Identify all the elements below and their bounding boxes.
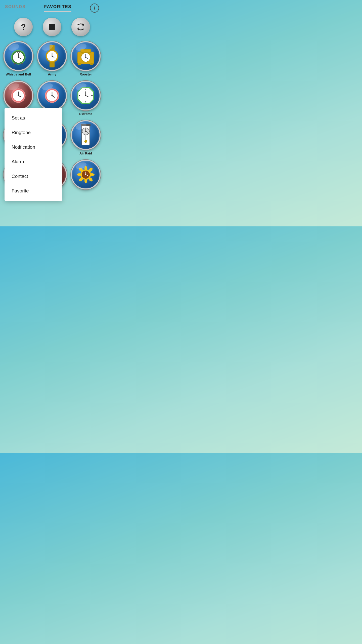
svg-point-33 <box>18 95 19 96</box>
svg-point-26 <box>85 57 86 58</box>
svg-rect-70 <box>81 124 91 126</box>
svg-point-83 <box>77 173 82 176</box>
dropdown-item-alarm[interactable]: Alarm <box>5 154 62 169</box>
sound-label-rooster: Rooster <box>79 72 92 76</box>
help-button[interactable]: ? <box>14 18 33 36</box>
sound-btn-army[interactable] <box>37 41 67 71</box>
context-menu: Set as Ringtone Notification Alarm Conta… <box>5 108 62 201</box>
sound-btn-air-raid[interactable] <box>71 120 101 150</box>
stop-button[interactable] <box>43 18 61 36</box>
sound-label-army: Army <box>48 72 56 76</box>
dropdown-item-ringtone[interactable]: Ringtone <box>5 125 62 140</box>
svg-point-19 <box>52 56 53 57</box>
controls-row: ? <box>0 13 104 39</box>
svg-rect-27 <box>78 63 81 65</box>
sound-btn-whistle-bell[interactable] <box>4 41 33 71</box>
info-button[interactable]: i <box>90 4 99 13</box>
dropdown-item-notification[interactable]: Notification <box>5 140 62 154</box>
svg-point-92 <box>85 174 86 175</box>
sound-btn-hidden1[interactable] <box>4 81 33 110</box>
svg-point-4 <box>18 57 19 58</box>
svg-point-69 <box>84 140 87 143</box>
svg-rect-22 <box>81 49 91 52</box>
sound-label-extreme: Extreme <box>79 112 92 116</box>
sound-item-whistle-bell[interactable]: Whistle and Bell <box>3 41 34 76</box>
header: SOUNDS FAVORITES i <box>0 0 104 13</box>
repeat-icon <box>76 22 85 31</box>
svg-rect-7 <box>14 63 16 65</box>
tab-sounds[interactable]: SOUNDS <box>5 4 26 12</box>
tab-favorites[interactable]: FAVORITES <box>44 4 72 12</box>
sound-item-extreme[interactable]: Extreme <box>70 81 102 116</box>
sound-btn-extreme[interactable] <box>71 81 101 110</box>
svg-point-82 <box>84 178 87 183</box>
sound-grid-row1: Whistle and Bell Army <box>0 39 104 76</box>
sound-btn-hidden2[interactable] <box>37 81 67 110</box>
repeat-button[interactable] <box>71 18 90 36</box>
sound-item-army[interactable]: Army <box>36 41 68 76</box>
svg-rect-8 <box>21 63 23 65</box>
dropdown-item-contact[interactable]: Contact <box>5 169 62 184</box>
svg-point-67 <box>85 131 86 132</box>
svg-rect-28 <box>90 63 93 65</box>
dropdown-set-as: Set as <box>5 111 62 125</box>
sound-item-air-raid[interactable]: Air Raid <box>70 120 102 155</box>
sound-label-air-raid: Air Raid <box>79 151 92 155</box>
sound-btn-rooster[interactable] <box>71 41 101 71</box>
dropdown-item-favorite[interactable]: Favorite <box>5 184 62 198</box>
sound-btn-row4c[interactable] <box>71 160 101 189</box>
sound-item-row4c[interactable] <box>70 160 102 189</box>
sound-item-rooster[interactable]: Rooster <box>70 41 102 76</box>
svg-point-38 <box>52 95 53 96</box>
svg-point-42 <box>85 95 86 96</box>
svg-point-81 <box>84 166 87 171</box>
svg-point-84 <box>89 173 95 176</box>
sound-label-whistle-bell: Whistle and Bell <box>6 72 31 76</box>
